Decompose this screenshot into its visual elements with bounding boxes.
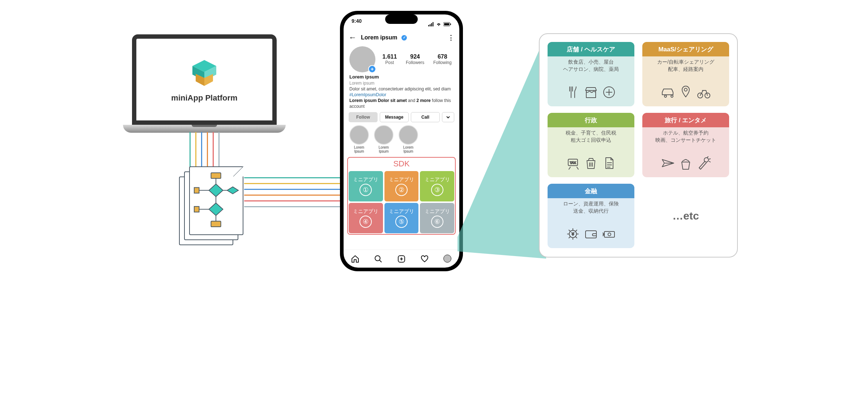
dynamic-island: [385, 14, 418, 24]
phone-screen: 9:40 ← Lorem ipsum ⋮ +: [344, 14, 459, 268]
more-actions-button[interactable]: [442, 112, 454, 122]
flow-arrow: [244, 206, 345, 207]
signal-icon: [428, 22, 434, 26]
car-icon: [660, 85, 675, 103]
miniapp-grid: ミニアプリ①ミニアプリ②ミニアプリ③ミニアプリ④ミニアプリ⑤ミニアプリ⑥: [349, 171, 454, 233]
message-button[interactable]: Message: [380, 112, 409, 122]
back-arrow-icon[interactable]: ←: [349, 33, 357, 42]
etc-label: …etc: [642, 184, 729, 248]
highlight-item[interactable]: Lorem Ipsum: [398, 125, 419, 153]
popcorn-icon: [678, 156, 693, 174]
svg-rect-23: [444, 23, 449, 25]
category-title: 金融: [548, 184, 634, 198]
call-button[interactable]: Call: [411, 112, 440, 122]
category-icons: [550, 84, 631, 103]
bike-icon: [696, 85, 711, 103]
follow-button[interactable]: Follow: [349, 112, 378, 122]
svg-rect-20: [431, 23, 432, 26]
stat-followers[interactable]: 924 Followers: [406, 54, 424, 65]
mic-icon: [696, 156, 711, 174]
add-post-icon[interactable]: [397, 255, 406, 263]
story-highlights: Lorem Ipsum Lorem Ipsum Lorem Ipsum: [344, 122, 459, 156]
phone-caption: 貴社ホストアプリ: [340, 276, 463, 286]
battery-icon: [443, 22, 451, 26]
vertical-cables: [188, 132, 221, 168]
highlight-item[interactable]: Lorem Ipsum: [349, 125, 370, 153]
wifi-icon: [436, 22, 442, 26]
profile-bio: Lorem ipsum Lorem ipsum Dolor sit amet, …: [344, 72, 459, 109]
category-card: 金融 ローン、資産運用、保険送金、収納代行 ¥: [548, 184, 634, 248]
header-username: Lorem ipsum: [361, 34, 397, 41]
phone-column: 9:40 ← Lorem ipsum ⋮ +: [340, 11, 463, 286]
money-icon: [601, 226, 617, 244]
miniapp-tile[interactable]: ミニアプリ②: [384, 171, 419, 201]
program-documents: ミニアプリ プログラム: [179, 166, 242, 246]
svg-text:¥: ¥: [571, 232, 574, 236]
category-card: MaaS/シェアリング カー/自転車シェアリング配車、経路案内: [642, 42, 729, 106]
home-icon[interactable]: [351, 255, 359, 263]
left-column: ミニアプリ統合管理WEB miniApp Platform: [123, 22, 286, 133]
heart-icon[interactable]: [420, 255, 429, 263]
miniapp-tile[interactable]: ミニアプリ④: [349, 203, 383, 233]
more-menu-icon[interactable]: ⋮: [448, 34, 454, 42]
hashtag-link[interactable]: #LoremIpsumDolor: [349, 92, 386, 97]
miniapp-tile[interactable]: ミニアプリ①: [349, 171, 383, 201]
chevron-down-icon: [446, 115, 450, 119]
miniapp-logo-icon: [184, 57, 224, 91]
category-description: ローン、資産運用、保険送金、収納代行: [550, 200, 631, 214]
highlight-item[interactable]: Lorem Ipsum: [373, 125, 394, 153]
category-title: MaaS/シェアリング: [642, 42, 729, 56]
profile-tab-icon[interactable]: [443, 255, 452, 263]
category-icons: [645, 84, 726, 103]
svg-rect-5: [211, 173, 221, 179]
stat-following[interactable]: 678 Following: [433, 54, 452, 65]
shop-icon: [583, 85, 599, 103]
svg-rect-17: [211, 221, 221, 227]
category-description: 税金、子育て、住民税粗大ゴミ回収申込: [550, 129, 631, 144]
svg-rect-19: [430, 24, 431, 26]
pin-icon: [678, 85, 693, 103]
svg-point-25: [375, 256, 380, 261]
trash-icon: [583, 156, 599, 174]
svg-rect-15: [194, 207, 199, 212]
flow-arrow: [244, 195, 345, 196]
svg-marker-11: [227, 187, 238, 194]
svg-rect-21: [433, 22, 434, 26]
miniapp-tile[interactable]: ミニアプリ⑤: [384, 203, 419, 233]
horizontal-arrows: [244, 177, 345, 212]
categories-panel: 店舗 / ヘルスケア 飲食店、小売、屋台ヘアサロン、病院、薬局 MaaS/シェア…: [539, 33, 738, 258]
stat-posts[interactable]: 1.611 Post: [382, 54, 397, 65]
gear-yen-icon: ¥: [565, 226, 580, 244]
logo-text: miniApp Platform: [171, 93, 237, 103]
avatar-add-icon[interactable]: +: [368, 65, 376, 73]
category-description: カー/自転車シェアリング配車、経路案内: [645, 59, 726, 73]
miniapp-tile[interactable]: ミニアプリ⑥: [420, 203, 454, 233]
laptop-screen: miniApp Platform: [132, 34, 277, 125]
svg-rect-40: [586, 231, 596, 238]
category-icons: [645, 155, 726, 174]
flowchart-icon: [193, 171, 239, 230]
svg-text:TAX: TAX: [570, 161, 576, 165]
flow-arrow: [244, 200, 345, 201]
laptop-base: [123, 125, 286, 133]
flow-arrow: [244, 177, 345, 178]
svg-rect-18: [428, 25, 429, 26]
profile-avatar[interactable]: +: [349, 46, 375, 72]
category-title: 旅行 / エンタメ: [642, 113, 729, 127]
category-title: 行政: [548, 113, 634, 127]
verified-badge-icon: [401, 35, 407, 41]
svg-rect-41: [604, 231, 614, 237]
svg-line-26: [379, 260, 382, 262]
tax-icon: TAX: [565, 156, 580, 174]
category-card: 旅行 / エンタメ ホテル、航空券予約映画、コンサートチケット: [642, 113, 729, 177]
laptop: miniApp Platform: [123, 34, 286, 133]
category-icons: TAX: [550, 155, 631, 174]
miniapp-tile[interactable]: ミニアプリ③: [420, 171, 454, 201]
fork-icon: [565, 85, 580, 103]
svg-point-32: [684, 88, 687, 91]
svg-rect-24: [450, 24, 451, 25]
category-description: 飲食店、小売、屋台ヘアサロン、病院、薬局: [550, 59, 631, 73]
program-caption: ミニアプリ プログラム: [175, 248, 239, 267]
search-icon[interactable]: [374, 255, 383, 263]
category-card: 店舗 / ヘルスケア 飲食店、小売、屋台ヘアサロン、病院、薬局: [548, 42, 634, 106]
